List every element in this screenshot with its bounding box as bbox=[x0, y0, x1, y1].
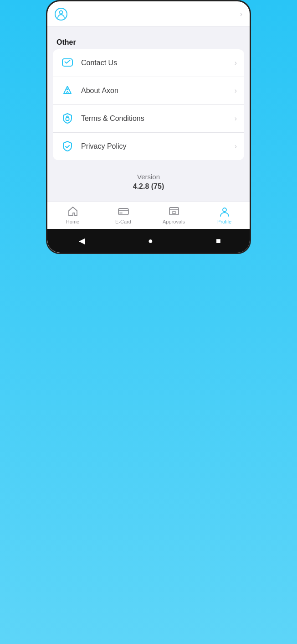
axon-icon bbox=[60, 83, 75, 98]
contact-us-chevron: › bbox=[235, 59, 237, 67]
nav-home[interactable]: Home bbox=[47, 206, 98, 224]
nav-profile-label: Profile bbox=[217, 219, 231, 224]
android-nav-bar: ◀ ● ■ bbox=[47, 229, 251, 253]
partial-row: › bbox=[47, 4, 250, 26]
phone-top-partial: › bbox=[46, 0, 251, 26]
svg-point-3 bbox=[67, 88, 68, 90]
shield-lock-icon bbox=[60, 111, 75, 126]
privacy-policy-item[interactable]: Privacy Policy › bbox=[53, 133, 244, 160]
svg-rect-5 bbox=[118, 208, 128, 215]
profile-icon bbox=[219, 206, 230, 218]
section-header: Other bbox=[47, 35, 250, 49]
version-section: Version 4.2.8 (75) bbox=[47, 160, 250, 202]
section-header-text: Other bbox=[56, 38, 76, 46]
svg-rect-4 bbox=[66, 118, 69, 120]
version-label: Version bbox=[56, 173, 241, 181]
about-axon-item[interactable]: About Axon › bbox=[53, 77, 244, 105]
nav-approvals-label: Approvals bbox=[163, 219, 185, 224]
svg-point-11 bbox=[223, 208, 226, 212]
svg-point-1 bbox=[60, 11, 63, 14]
terms-conditions-chevron: › bbox=[235, 114, 237, 123]
bottom-nav: Home E-Card bbox=[47, 202, 250, 229]
phone-screen: Other Contact Us › bbox=[46, 26, 251, 254]
privacy-policy-label: Privacy Policy bbox=[81, 142, 235, 151]
nav-ecard-label: E-Card bbox=[115, 219, 131, 224]
phone-frame: › Other Contact Us › bbox=[41, 0, 256, 254]
nav-profile[interactable]: Profile bbox=[199, 206, 250, 224]
android-back-button[interactable]: ◀ bbox=[79, 236, 85, 246]
nav-ecard[interactable]: E-Card bbox=[98, 206, 148, 224]
ecard-icon bbox=[118, 206, 129, 218]
approvals-icon bbox=[168, 206, 180, 218]
android-home-button[interactable]: ● bbox=[148, 236, 153, 246]
home-icon bbox=[67, 206, 79, 218]
partial-chevron: › bbox=[240, 10, 242, 18]
contact-us-label: Contact Us bbox=[81, 59, 235, 67]
contact-us-item[interactable]: Contact Us › bbox=[53, 49, 244, 77]
nav-approvals[interactable]: Approvals bbox=[148, 206, 199, 224]
android-recent-button[interactable]: ■ bbox=[216, 236, 221, 246]
partial-icon bbox=[55, 8, 67, 21]
svg-rect-10 bbox=[172, 212, 176, 213]
nav-home-label: Home bbox=[66, 219, 79, 224]
version-number: 4.2.8 (75) bbox=[56, 182, 241, 191]
shield-check-icon bbox=[60, 139, 75, 154]
terms-conditions-label: Terms & Conditions bbox=[81, 114, 235, 123]
privacy-policy-chevron: › bbox=[235, 142, 237, 151]
about-axon-chevron: › bbox=[235, 87, 237, 95]
terms-conditions-item[interactable]: Terms & Conditions › bbox=[53, 105, 244, 133]
about-axon-label: About Axon bbox=[81, 87, 235, 95]
message-check-icon bbox=[60, 56, 75, 70]
other-menu-card: Contact Us › About Axon › bbox=[53, 49, 244, 160]
section-separator bbox=[47, 26, 250, 35]
